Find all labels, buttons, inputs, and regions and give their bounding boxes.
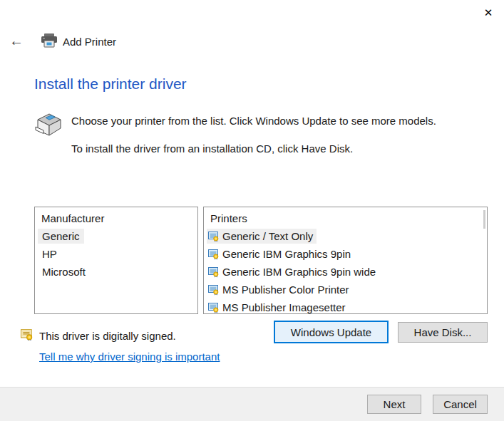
manufacturer-item[interactable]: Microsoft	[35, 263, 197, 281]
driver-certificate-icon	[208, 302, 220, 313]
printers-listbox[interactable]: Printers Generic / Text OnlyGeneric IBM …	[203, 207, 488, 314]
printer-item-content: Generic IBM Graphics 9pin	[207, 246, 354, 261]
printer-item-content: MS Publisher Imagesetter	[207, 300, 349, 314]
manufacturer-item-label: Generic	[42, 230, 80, 242]
manufacturer-item-label: Microsoft	[42, 266, 86, 278]
instruction-line-1: Choose your printer from the list. Click…	[71, 115, 436, 127]
manufacturer-item-content: Microsoft	[38, 264, 90, 279]
page-title: Install the printer driver	[34, 76, 187, 93]
printer-item-label: Generic IBM Graphics 9pin	[222, 248, 351, 260]
printer-item[interactable]: MS Publisher Color Printer	[204, 281, 487, 298]
instruction-line-2: To install the driver from an installati…	[71, 142, 353, 155]
printers-scrollbar[interactable]	[483, 210, 485, 229]
printer-item[interactable]: Generic / Text Only	[204, 227, 487, 245]
manufacturer-item-content: HP	[38, 246, 61, 261]
driver-signed-status: This driver is digitally signed.	[39, 330, 176, 342]
cancel-button[interactable]: Cancel	[433, 395, 488, 414]
printer-items: Generic / Text OnlyGeneric IBM Graphics …	[204, 227, 487, 314]
manufacturer-item-label: HP	[42, 248, 57, 260]
back-arrow-icon: ←	[9, 33, 24, 49]
manufacturer-listbox[interactable]: Manufacturer GenericHPMicrosoft	[34, 207, 198, 314]
close-icon: ✕	[484, 6, 493, 19]
driver-signing-link[interactable]: Tell me why driver signing is important	[39, 350, 220, 363]
printer-icon	[40, 32, 58, 52]
manufacturer-item[interactable]: HP	[35, 245, 197, 263]
printer-item-label: MS Publisher Imagesetter	[222, 301, 346, 313]
manufacturer-item-content: Generic	[38, 229, 84, 244]
printer-item[interactable]: MS Publisher Imagesetter	[204, 298, 487, 314]
have-disk-button[interactable]: Have Disk...	[398, 322, 488, 343]
driver-certificate-icon	[208, 284, 220, 296]
printer-item-content: Generic / Text Only	[207, 229, 317, 244]
footer-bar: Next Cancel	[0, 387, 504, 421]
add-printer-dialog: ✕ ← Add Printer Install the printer driv…	[0, 0, 504, 421]
manufacturer-column-header: Manufacturer	[35, 209, 197, 227]
close-button[interactable]: ✕	[477, 2, 500, 24]
printer-item-label: Generic / Text Only	[222, 230, 313, 242]
next-button[interactable]: Next	[367, 395, 421, 414]
printer-item-content: Generic IBM Graphics 9pin wide	[207, 264, 379, 279]
driver-certificate-icon	[208, 231, 220, 242]
certificate-icon	[21, 328, 34, 344]
manufacturer-items: GenericHPMicrosoft	[35, 227, 197, 281]
printer-item[interactable]: Generic IBM Graphics 9pin wide	[204, 263, 487, 281]
printer-item-label: Generic IBM Graphics 9pin wide	[222, 266, 376, 278]
windows-update-button[interactable]: Windows Update	[274, 321, 389, 343]
driver-certificate-icon	[208, 266, 220, 278]
printers-column-header: Printers	[204, 209, 487, 227]
manufacturer-item[interactable]: Generic	[35, 227, 197, 245]
printer-illustration-icon	[33, 109, 66, 142]
printer-item-content: MS Publisher Color Printer	[207, 282, 353, 297]
printer-item-label: MS Publisher Color Printer	[222, 284, 349, 296]
window-title: Add Printer	[63, 36, 116, 48]
driver-certificate-icon	[208, 249, 220, 260]
printer-item[interactable]: Generic IBM Graphics 9pin	[204, 245, 487, 263]
back-button[interactable]: ←	[6, 31, 27, 50]
